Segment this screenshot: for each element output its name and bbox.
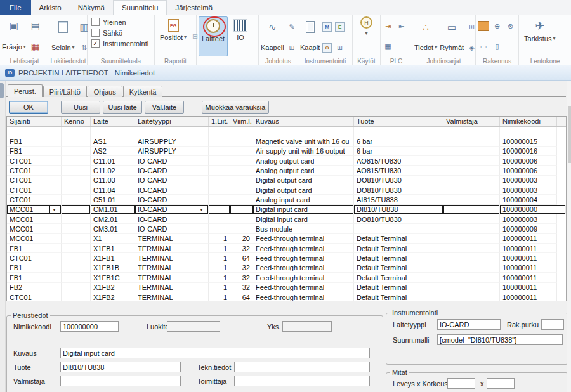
val-laite-button[interactable]: Val.laite (145, 101, 184, 114)
table-cell[interactable] (443, 263, 500, 273)
table-cell[interactable]: CTC01 (7, 156, 62, 166)
column-header[interactable]: Sijainti (7, 117, 62, 126)
io-button[interactable]: IO (230, 16, 251, 56)
selain-button[interactable]: Selain▾ (51, 44, 75, 51)
menu-tab-suunnittelu[interactable]: Suunnittelu (113, 0, 167, 15)
table-row[interactable]: CTC01X1FB1TERMINAL164Feed-through termin… (7, 253, 566, 263)
table-cell[interactable]: CTC01 (7, 292, 62, 301)
sheet-series-icon[interactable]: ▣ (7, 19, 21, 33)
valmistaja-field[interactable] (60, 376, 181, 386)
table-cell[interactable]: Digital output card (253, 176, 354, 185)
plc-table-icon[interactable]: ▦ (383, 41, 393, 52)
kuvaus-field[interactable] (60, 348, 370, 358)
kaapit-button[interactable]: Kaapit (300, 44, 320, 51)
table-cell[interactable] (62, 273, 91, 282)
table-cell[interactable]: MCC01▾ (7, 205, 62, 214)
table-cell[interactable]: CTC01 (7, 176, 62, 185)
table-cell[interactable] (209, 195, 230, 204)
table-cell[interactable] (230, 185, 253, 195)
table-cell[interactable] (209, 224, 230, 233)
table-cell[interactable]: 100000011 (500, 234, 557, 244)
table-cell[interactable]: 1 (209, 273, 230, 282)
table-cell[interactable]: 32 (230, 263, 253, 273)
table-cell[interactable]: FB2 (7, 283, 62, 292)
table-row[interactable]: FB1X1FB1CTERMINAL132Feed-through termina… (7, 273, 566, 282)
ryhmat-button[interactable]: Ryhmät (440, 44, 464, 51)
kaapeli-button[interactable]: Kaapeli (261, 44, 284, 51)
table-cell[interactable] (209, 147, 230, 156)
table-cell[interactable]: 1 (209, 234, 230, 244)
table-cell[interactable]: Feed-through terminal (253, 234, 354, 244)
tab-piiri-lahto[interactable]: Piiri/Lähtö (43, 86, 87, 97)
table-cell[interactable]: 100000011 (500, 283, 557, 292)
table-cell[interactable]: MCC01 (7, 214, 62, 224)
column-header[interactable]: Tuote (354, 117, 443, 126)
instrument-grid-icon[interactable]: ⊞ (334, 42, 345, 53)
add-node-icon[interactable]: ⊕ (492, 21, 502, 32)
table-cell[interactable]: CM1.01 (91, 205, 135, 214)
korkeus-field[interactable] (487, 378, 515, 389)
vertical-scrollbar[interactable] (567, 81, 571, 392)
table-row[interactable]: FB1AS2AIRSUPPLYAir supply unit with 16 o… (7, 147, 566, 156)
tiedot-button[interactable]: Tiedot▾ (414, 44, 437, 51)
table-cell[interactable] (62, 156, 91, 166)
table-cell[interactable] (443, 147, 500, 156)
tab-ohjaus[interactable]: Ohjaus (88, 86, 122, 97)
cable-icon[interactable]: ∿ (265, 20, 279, 34)
table-row[interactable]: FB1X1FB1BTERMINAL132Feed-through termina… (7, 263, 566, 273)
table-cell[interactable]: Feed-through terminal (253, 283, 354, 292)
table-cell[interactable]: FB1 (7, 147, 62, 156)
table-cell[interactable] (443, 292, 500, 301)
table-cell[interactable]: CM2.01 (91, 214, 135, 224)
table-cell[interactable] (500, 127, 557, 136)
table-cell[interactable]: DO810/TU830 (354, 214, 443, 224)
table-cell[interactable]: 1 (209, 244, 230, 253)
table-cell[interactable] (91, 127, 135, 136)
table-row[interactable]: MCC01CM2.01IO-CARDDigital input cardDO81… (7, 214, 566, 224)
checkbox-sahko[interactable]: ✓ Sähkö (91, 27, 122, 38)
table-cell[interactable] (443, 156, 500, 166)
table-cell[interactable]: X1FB1 (91, 253, 135, 263)
table-cell[interactable]: 100000003 (500, 185, 557, 195)
table-cell[interactable] (354, 127, 443, 136)
toimittaja-field[interactable] (234, 376, 370, 386)
luokite-field[interactable] (167, 321, 220, 332)
table-cell[interactable]: Bus module (253, 224, 354, 233)
table-cell[interactable]: 64 (230, 253, 253, 263)
table-cell[interactable] (230, 214, 253, 224)
table-cell[interactable]: Default Terminal (354, 292, 443, 301)
table-cell[interactable]: TERMINAL (135, 273, 209, 282)
table-cell[interactable]: 1 (209, 253, 230, 263)
positiot-button[interactable]: PG Positiot▾ (157, 16, 190, 56)
table-cell[interactable]: C11.03 (91, 176, 135, 185)
tekn-tiedot-field[interactable] (234, 362, 370, 372)
table-cell[interactable] (62, 214, 91, 224)
table-cell[interactable]: MCC01 (7, 234, 62, 244)
eraajo-button[interactable]: Eräajo▾ (2, 43, 26, 51)
uusi-laite-button[interactable]: Uusi laite (103, 101, 142, 114)
sheet-list-icon[interactable]: ▤ (29, 19, 43, 33)
table-cell[interactable]: FB1 (7, 244, 62, 253)
table-cell[interactable] (443, 283, 500, 292)
table-cell[interactable]: 100000004 (500, 195, 557, 204)
table-cell[interactable]: AS1 (91, 136, 135, 146)
table-cell[interactable]: IO-CARD▾ (135, 205, 209, 214)
uusi-button[interactable]: Uusi (61, 101, 100, 114)
table-cell[interactable]: AO815/TU830 (354, 166, 443, 175)
table-cell[interactable] (443, 224, 500, 233)
table-cell[interactable]: MCC01 (7, 224, 62, 233)
yks-field[interactable] (282, 321, 332, 332)
table-row[interactable]: CTC01X1FB2TERMINAL164Feed-through termin… (7, 292, 566, 301)
table-cell[interactable] (62, 127, 91, 136)
table-cell[interactable] (62, 176, 91, 185)
menu-tab-file[interactable]: File (0, 0, 31, 15)
column-header[interactable]: Valmistaja (443, 117, 500, 126)
cable-grid-icon[interactable]: ⊞ (287, 42, 298, 53)
table-cell[interactable]: 1 (209, 292, 230, 301)
table-cell[interactable]: 32 (230, 273, 253, 282)
menu-tab-arkisto[interactable]: Arkisto (31, 0, 70, 15)
table-row[interactable]: CTC01C11.02IO-CARDAnalog output cardAO81… (7, 166, 566, 175)
table-cell[interactable]: 100000016 (500, 147, 557, 156)
table-cell[interactable]: TERMINAL (135, 283, 209, 292)
table-cell[interactable] (209, 185, 230, 195)
